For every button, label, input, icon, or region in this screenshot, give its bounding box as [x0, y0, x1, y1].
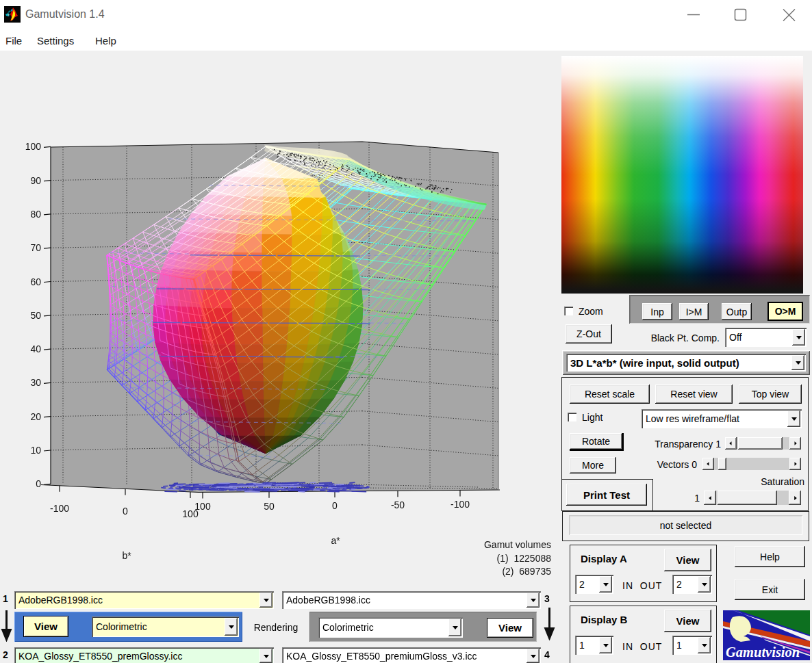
svg-text:Gamutvision: Gamutvision [726, 645, 800, 660]
